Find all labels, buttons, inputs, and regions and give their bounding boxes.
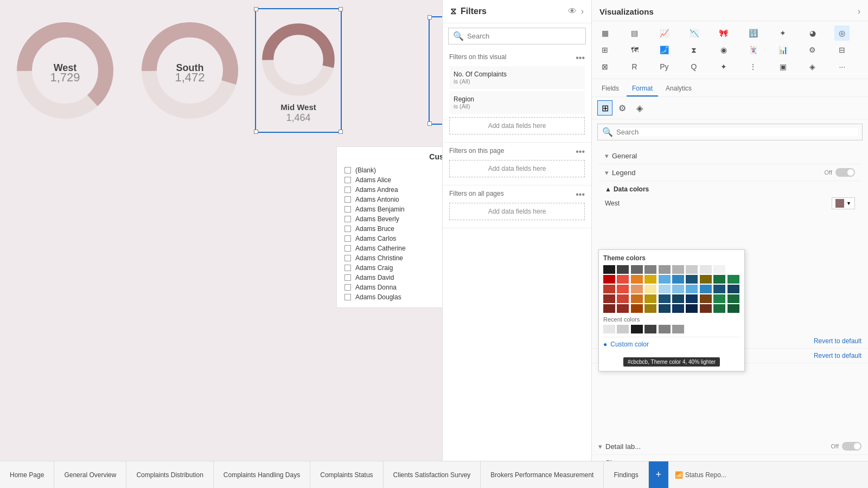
viz-icon-gauge[interactable]: ◉ (716, 42, 731, 57)
theme-color-cell[interactable] (617, 275, 629, 284)
viz-icon-custom2[interactable]: ◈ (805, 59, 820, 74)
customer-checkbox[interactable] (344, 245, 351, 252)
customer-checkbox[interactable] (344, 274, 351, 281)
bottom-tab[interactable]: Findings (604, 461, 648, 488)
customer-checkbox[interactable] (344, 235, 351, 242)
theme-color-cell[interactable] (700, 304, 712, 313)
theme-color-cell[interactable] (659, 294, 671, 303)
theme-color-cell[interactable] (686, 285, 698, 293)
filters-search-box[interactable]: 🔍 (448, 28, 586, 44)
add-fields-all[interactable]: Add data fields here (449, 203, 585, 220)
theme-color-cell[interactable] (727, 285, 739, 293)
filters-dots-1[interactable]: ••• (576, 53, 585, 63)
recent-color-cell[interactable] (617, 325, 629, 333)
theme-color-cell[interactable] (713, 294, 725, 303)
analytics-tab[interactable]: Analytics (660, 81, 697, 97)
viz-icon-waterfall[interactable]: 🔢 (745, 25, 761, 41)
theme-color-cell[interactable] (603, 304, 615, 313)
viz-icon-custom1[interactable]: ▣ (775, 59, 790, 74)
viz-icon-pie[interactable]: ◕ (805, 25, 820, 41)
viz-icon-r-visual[interactable]: R (627, 59, 642, 74)
filters-dots-2[interactable]: ••• (576, 147, 585, 157)
customer-checkbox[interactable] (344, 226, 351, 232)
filters-dots-3[interactable]: ••• (576, 190, 585, 200)
west-color-swatch-btn[interactable]: ▼ (832, 197, 855, 209)
detail-toggle-pill[interactable] (842, 442, 861, 451)
viz-search-box[interactable]: 🔍 (597, 124, 863, 140)
theme-color-cell[interactable] (644, 294, 656, 303)
bottom-tab[interactable]: Home Page (0, 461, 54, 488)
bottom-tab[interactable]: Complaints Handling Days (214, 461, 310, 488)
theme-color-cell[interactable] (686, 275, 698, 284)
theme-color-cell[interactable] (603, 285, 615, 293)
theme-color-cell[interactable] (672, 285, 684, 293)
theme-color-cell[interactable] (686, 265, 698, 274)
viz-icon-treemap[interactable]: ⊞ (597, 42, 612, 57)
format-icon-general[interactable]: ⚙ (615, 100, 630, 115)
theme-color-cell[interactable] (644, 265, 656, 274)
viz-icon-table[interactable]: ⊟ (834, 42, 850, 57)
viz-icon-area[interactable]: 📉 (686, 25, 701, 41)
theme-color-cell[interactable] (659, 275, 671, 284)
theme-color-cell[interactable] (631, 304, 643, 313)
recent-color-cell[interactable] (644, 325, 656, 333)
bottom-tab[interactable]: Clients Satisfaction Survey (384, 461, 481, 488)
theme-color-cell[interactable] (659, 265, 671, 274)
no-complaints-filter[interactable]: No. Of Complaints is (All) (449, 66, 585, 89)
viz-icon-donut[interactable]: ◎ (834, 25, 850, 41)
viz-icon-smart[interactable]: ✦ (716, 59, 731, 74)
theme-color-cell[interactable] (700, 294, 712, 303)
theme-color-cell[interactable] (644, 285, 656, 293)
filter-collapse-icon[interactable]: › (581, 7, 584, 16)
theme-color-cell[interactable] (617, 294, 629, 303)
viz-search-input[interactable] (616, 128, 858, 136)
bottom-tab[interactable]: Complaints Distribution (126, 461, 213, 488)
format-tab[interactable]: Format (627, 81, 658, 97)
viz-icon-map[interactable]: 🗺 (627, 42, 642, 57)
theme-color-cell[interactable] (631, 265, 643, 274)
theme-color-cell[interactable] (686, 304, 698, 313)
theme-color-cell[interactable] (672, 265, 684, 274)
viz-icon-bar[interactable]: ▦ (597, 25, 612, 41)
theme-color-cell[interactable] (727, 294, 739, 303)
customer-checkbox[interactable] (344, 294, 351, 300)
recent-color-cell[interactable] (659, 325, 671, 333)
customer-checkbox[interactable] (344, 284, 351, 291)
viz-icon-python[interactable]: Py (656, 59, 672, 74)
viz-icon-ribbon[interactable]: 🎀 (716, 25, 731, 41)
theme-color-cell[interactable] (700, 285, 712, 293)
theme-color-cell[interactable] (713, 265, 725, 274)
theme-color-cell[interactable] (617, 285, 629, 293)
bottom-tab[interactable]: General Overview (54, 461, 126, 488)
theme-color-cell[interactable] (713, 275, 725, 284)
recent-color-cell[interactable] (603, 325, 615, 333)
fields-tab[interactable]: Fields (596, 81, 624, 97)
theme-color-cell[interactable] (631, 275, 643, 284)
bottom-tab[interactable]: Brokers Performance Measurement (481, 461, 604, 488)
customer-checkbox[interactable] (344, 206, 351, 213)
viz-icon-decomp[interactable]: ⋮ (745, 59, 761, 74)
viz-icon-kpi[interactable]: 📊 (775, 42, 790, 57)
theme-color-cell[interactable] (672, 275, 684, 284)
south-chart[interactable]: South 1,472 (130, 11, 250, 130)
viz-icon-qanda[interactable]: Q (686, 59, 701, 74)
custom-color-btn[interactable]: ● Custom color (603, 337, 740, 350)
general-section-row[interactable]: ▾ General (598, 148, 861, 164)
theme-color-cell[interactable] (617, 265, 629, 274)
theme-color-cell[interactable] (727, 304, 739, 313)
viz-icon-card[interactable]: 🃏 (745, 42, 761, 57)
theme-color-cell[interactable] (713, 304, 725, 313)
theme-color-cell[interactable] (713, 285, 725, 293)
theme-color-cell[interactable] (700, 265, 712, 274)
viz-icon-filled-map[interactable]: 🗾 (656, 42, 672, 57)
theme-color-cell[interactable] (686, 294, 698, 303)
format-icon-3[interactable]: ◈ (632, 100, 647, 115)
add-tab-button[interactable]: + (649, 461, 668, 488)
viz-icon-scatter[interactable]: ✦ (775, 25, 790, 41)
theme-color-cell[interactable] (603, 294, 615, 303)
west-chart[interactable]: West 1,729 (5, 11, 125, 130)
region-filter[interactable]: Region is (All) (449, 91, 585, 114)
add-fields-visual[interactable]: Add data fields here (449, 117, 585, 134)
theme-color-cell[interactable] (727, 265, 739, 274)
theme-color-cell[interactable] (659, 285, 671, 293)
